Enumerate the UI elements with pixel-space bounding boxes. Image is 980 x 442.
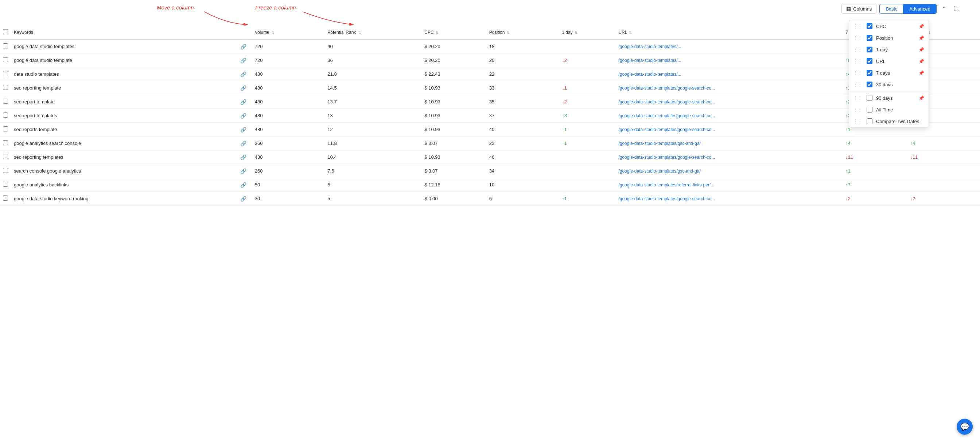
checkbox-position[interactable] xyxy=(867,35,872,41)
drag-handle-90days[interactable]: ⋮⋮ xyxy=(853,95,862,100)
link-icon[interactable]: 🔗 xyxy=(240,141,247,146)
row-checkbox-11[interactable] xyxy=(3,195,8,201)
link-icon-cell: 🔗 xyxy=(237,136,252,151)
drag-handle-compare[interactable]: ⋮⋮ xyxy=(853,119,862,124)
dropdown-item-30days[interactable]: ⋮⋮ 30 days xyxy=(849,79,929,90)
7days-cell: ↓11 xyxy=(843,151,907,164)
expand-button[interactable]: ⛶ xyxy=(951,4,962,13)
checkbox-90days[interactable] xyxy=(867,95,872,101)
link-icon[interactable]: 🔗 xyxy=(240,113,247,119)
header-keywords[interactable]: Keywords xyxy=(11,25,237,39)
sort-icon-url: ⇅ xyxy=(629,30,632,35)
label-position: Position xyxy=(876,35,915,41)
url-link[interactable]: /google-data-studio-templates/... xyxy=(618,72,681,77)
checkbox-30days[interactable] xyxy=(867,82,872,87)
pin-icon-url[interactable]: 📌 xyxy=(918,59,924,64)
url-link[interactable]: /google-data-studio-templates/... xyxy=(618,58,681,63)
row-checkbox-4[interactable] xyxy=(3,99,8,104)
checkbox-alltime[interactable] xyxy=(867,107,872,112)
header-cpc[interactable]: CPC ⇅ xyxy=(422,25,486,39)
link-icon[interactable]: 🔗 xyxy=(240,168,247,174)
checkbox-compare[interactable] xyxy=(867,118,872,124)
header-potential-rank[interactable]: Potential Rank ⇅ xyxy=(325,25,422,39)
url-link[interactable]: /google-data-studio-templates/google-sea… xyxy=(618,100,715,105)
drag-handle-cpc[interactable]: ⋮⋮ xyxy=(853,24,862,29)
link-icon[interactable]: 🔗 xyxy=(240,154,247,160)
link-icon[interactable]: 🔗 xyxy=(240,127,247,133)
pin-icon-position[interactable]: 📌 xyxy=(918,35,924,41)
dropdown-item-position[interactable]: ⋮⋮ Position 📌 xyxy=(849,32,929,44)
dropdown-item-url[interactable]: ⋮⋮ URL 📌 xyxy=(849,55,929,67)
row-checkbox-8[interactable] xyxy=(3,154,8,159)
keyword-cell: google data studio templates xyxy=(11,39,237,54)
dropdown-item-compare[interactable]: ⋮⋮ Compare Two Dates xyxy=(849,116,929,127)
pin-icon-cpc[interactable]: 📌 xyxy=(918,24,924,29)
link-icon[interactable]: 🔗 xyxy=(240,71,247,77)
checkbox-1day[interactable] xyxy=(867,47,872,52)
row-checkbox-10[interactable] xyxy=(3,182,8,187)
drag-handle-position[interactable]: ⋮⋮ xyxy=(853,35,862,40)
drag-handle-30days[interactable]: ⋮⋮ xyxy=(853,82,862,87)
tab-basic[interactable]: Basic xyxy=(880,4,904,13)
link-icon-cell: 🔗 xyxy=(237,109,252,123)
url-link[interactable]: /google-data-studio-templates/google-sea… xyxy=(618,155,715,160)
url-link[interactable]: /google-data-studio-templates/referral-l… xyxy=(618,182,714,187)
dropdown-item-cpc[interactable]: ⋮⋮ CPC 📌 xyxy=(849,21,929,32)
checkbox-7days[interactable] xyxy=(867,70,872,76)
row-checkbox-3[interactable] xyxy=(3,85,8,90)
header-position[interactable]: Position ⇅ xyxy=(486,25,559,39)
select-all-checkbox[interactable] xyxy=(3,29,8,34)
change-1day: ↑1 xyxy=(562,141,567,146)
url-cell: /google-data-studio-templates/gsc-and-ga… xyxy=(616,136,843,151)
url-link[interactable]: /google-data-studio-templates/google-sea… xyxy=(618,127,715,132)
link-icon[interactable]: 🔗 xyxy=(240,99,247,105)
url-link[interactable]: /google-data-studio-templates/... xyxy=(618,44,681,49)
checkbox-cpc[interactable] xyxy=(867,23,872,29)
link-icon[interactable]: 🔗 xyxy=(240,57,247,63)
drag-handle-7days[interactable]: ⋮⋮ xyxy=(853,70,862,75)
row-checkbox-6[interactable] xyxy=(3,126,8,131)
dropdown-item-7days[interactable]: ⋮⋮ 7 days 📌 xyxy=(849,67,929,79)
1day-cell: ↓1 xyxy=(559,81,616,95)
url-link[interactable]: /google-data-studio-templates/google-sea… xyxy=(618,196,715,201)
link-icon[interactable]: 🔗 xyxy=(240,196,247,202)
columns-button[interactable]: ▦ Columns xyxy=(842,4,877,14)
row-checkbox-9[interactable] xyxy=(3,168,8,173)
tab-advanced[interactable]: Advanced xyxy=(904,4,936,13)
drag-handle-url[interactable]: ⋮⋮ xyxy=(853,59,862,64)
pin-icon-7days[interactable]: 📌 xyxy=(918,70,924,76)
row-checkbox-5[interactable] xyxy=(3,112,8,117)
row-checkbox-cell xyxy=(0,136,11,151)
link-icon[interactable]: 🔗 xyxy=(240,44,247,49)
pin-icon-90days[interactable]: 📌 xyxy=(918,95,924,101)
sort-icon-cpc: ⇅ xyxy=(436,30,439,35)
link-icon[interactable]: 🔗 xyxy=(240,182,247,188)
volume-cell: 480 xyxy=(252,81,325,95)
url-link[interactable]: /google-data-studio-templates/google-sea… xyxy=(618,113,715,118)
dropdown-item-alltime[interactable]: ⋮⋮ All Time xyxy=(849,104,929,116)
row-checkbox-7[interactable] xyxy=(3,140,8,145)
header-volume[interactable]: Volume ⇅ xyxy=(252,25,325,39)
position-cell: 10 xyxy=(486,178,559,192)
row-checkbox-0[interactable] xyxy=(3,43,8,48)
volume-cell: 480 xyxy=(252,95,325,109)
url-link[interactable]: /google-data-studio-templates/gsc-and-ga… xyxy=(618,141,700,146)
header-1day[interactable]: 1 day ⇅ xyxy=(559,25,616,39)
dropdown-item-1day[interactable]: ⋮⋮ 1 day 📌 xyxy=(849,44,929,55)
dropdown-item-90days[interactable]: ⋮⋮ 90 days 📌 xyxy=(849,92,929,104)
link-icon[interactable]: 🔗 xyxy=(240,85,247,91)
url-link[interactable]: /google-data-studio-templates/gsc-and-ga… xyxy=(618,169,700,174)
1day-cell: ↑1 xyxy=(559,192,616,206)
label-1day: 1 day xyxy=(876,47,915,52)
collapse-button[interactable]: ⌃ xyxy=(940,4,949,14)
drag-handle-1day[interactable]: ⋮⋮ xyxy=(853,47,862,52)
row-checkbox-cell xyxy=(0,67,11,81)
drag-handle-alltime[interactable]: ⋮⋮ xyxy=(853,107,862,112)
pin-icon-1day[interactable]: 📌 xyxy=(918,47,924,52)
cpc-cell: $ 10.93 xyxy=(422,151,486,164)
checkbox-url[interactable] xyxy=(867,58,872,64)
header-url[interactable]: URL ⇅ xyxy=(616,25,843,39)
row-checkbox-2[interactable] xyxy=(3,71,8,76)
url-link[interactable]: /google-data-studio-templates/google-sea… xyxy=(618,86,715,91)
row-checkbox-1[interactable] xyxy=(3,57,8,62)
